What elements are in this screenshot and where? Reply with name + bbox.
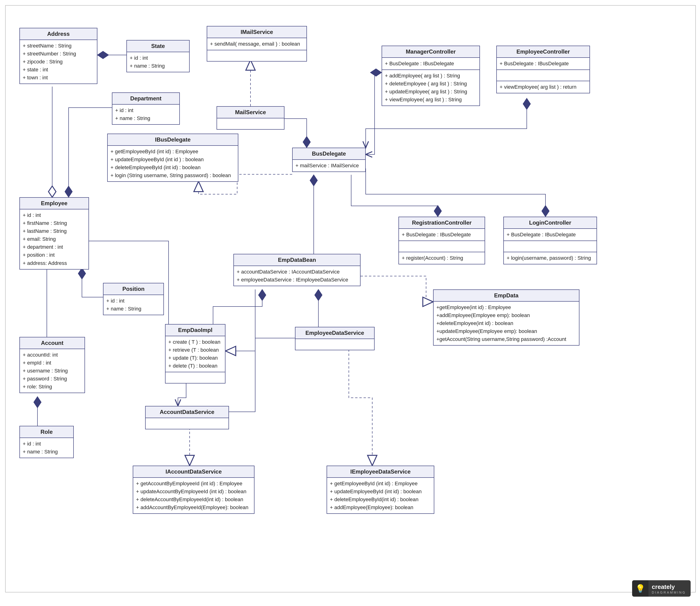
- class-account[interactable]: Account + accountId: int + empId : int +…: [19, 337, 85, 393]
- class-registrationcontroller[interactable]: RegistrationController + BusDelegate : I…: [399, 217, 485, 264]
- class-position[interactable]: Position + id : int + name : String: [103, 283, 164, 315]
- class-imailservice[interactable]: IMailService + sendMail( message, email …: [207, 26, 307, 62]
- logo-tagline: DIAGRAMMING: [652, 590, 686, 594]
- diagram-canvas: Address + streetName : String + streetNu…: [0, 0, 700, 606]
- class-mailservice[interactable]: MailService: [217, 106, 285, 130]
- class-department[interactable]: Department + id : int + name : String: [112, 92, 180, 125]
- logo-brand: creately: [652, 583, 686, 590]
- class-employeecontroller[interactable]: EmployeeController + BusDelegate : IBusD…: [496, 46, 590, 93]
- class-attrs: + streetName : String + streetNumber : S…: [20, 40, 97, 84]
- class-state[interactable]: State + id : int + name : String: [127, 40, 189, 72]
- class-ibusdelegate[interactable]: IBusDelegate + getEmployeeById (int id) …: [107, 134, 238, 182]
- class-empdata[interactable]: EmpData +getEmployee(int id) : Employee …: [433, 289, 580, 346]
- class-role[interactable]: Role + id : int + name : String: [19, 426, 74, 458]
- class-busdelegate[interactable]: BusDelegate + mailService : IMailService: [292, 148, 366, 172]
- lightbulb-icon: 💡: [632, 580, 649, 597]
- class-empdatabean[interactable]: EmpDataBean + accountDataService : IAcco…: [233, 254, 361, 286]
- class-logincontroller[interactable]: LoginController + BusDelegate : IBusDele…: [503, 217, 597, 264]
- class-title: Address: [20, 28, 97, 40]
- creately-logo: 💡 creately DIAGRAMMING: [632, 580, 691, 597]
- class-empdaoimpl[interactable]: EmpDaoImpl + create ( T ) : boolean + re…: [165, 324, 225, 383]
- class-accountdataservice[interactable]: AccountDataService: [145, 406, 229, 429]
- class-address[interactable]: Address + streetName : String + streetNu…: [19, 28, 97, 84]
- class-iemployeedataservice[interactable]: IEmployeeDataService + getEmployeeById (…: [326, 466, 434, 514]
- class-employeedataservice[interactable]: EmployeeDataService: [295, 327, 375, 350]
- class-iaccountdataservice[interactable]: IAccountDataService + getAccountByEmploy…: [133, 466, 254, 514]
- class-employee[interactable]: Employee + id : int + firstName : String…: [19, 197, 89, 270]
- class-managercontroller[interactable]: ManagerController + BusDelegate : IBusDe…: [382, 46, 480, 106]
